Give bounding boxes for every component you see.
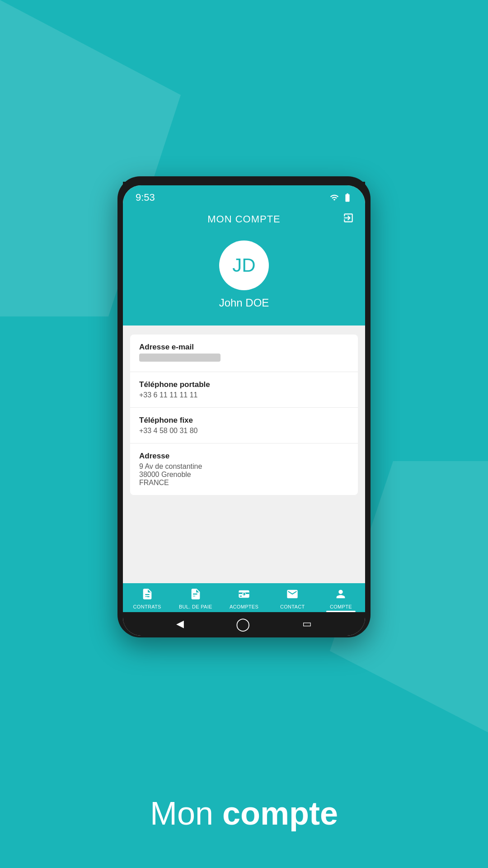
phone-device: 9:53 MON COMPTE [117,176,371,637]
address-row: Adresse 9 Av de constantine 38000 Grenob… [130,443,358,495]
bottom-page-title: Mon compte [150,795,338,832]
bul-de-paie-icon [189,588,202,602]
compte-icon [334,588,347,602]
avatar: JD [219,241,269,290]
svg-rect-3 [240,596,242,597]
nav-item-bul-de-paie[interactable]: BUL. DE PAIE [171,588,220,609]
recents-button[interactable]: ▭ [302,618,312,630]
app-bar: MON COMPTE [123,207,365,231]
profile-header: JD John DOE [123,231,365,326]
address-label: Adresse [139,452,349,461]
content-area: Adresse e-mail Téléphone portable +33 6 … [123,326,365,583]
phone-screen: 9:53 MON COMPTE [123,185,365,636]
nav-item-contrats[interactable]: CONTRATS [123,588,171,609]
mobile-phone-label: Téléphone portable [139,380,349,389]
android-nav: ◀ ◯ ▭ [123,612,365,636]
logout-icon [343,212,354,224]
address-line2: 38000 Grenoble [139,471,349,479]
nav-item-acomptes[interactable]: $ ACOMPTES [220,588,268,609]
bottom-title-bold: compte [222,795,338,831]
contrats-icon [141,588,154,602]
address-line3: FRANCE [139,479,349,487]
mobile-phone-row: Téléphone portable +33 6 11 11 11 11 [130,372,358,408]
fixed-phone-row: Téléphone fixe +33 4 58 00 31 80 [130,408,358,443]
contrats-label: CONTRATS [133,604,161,609]
contact-label: CONTACT [280,604,305,609]
bottom-nav: CONTRATS BUL. DE PAIE [123,583,365,612]
email-label: Adresse e-mail [139,343,349,352]
status-icons [330,193,352,203]
address-line1: 9 Av de constantine [139,462,349,471]
fixed-phone-label: Téléphone fixe [139,416,349,425]
battery-icon [343,193,352,203]
bottom-title-light: Mon [150,795,222,831]
home-button[interactable]: ◯ [236,617,250,632]
status-time: 9:53 [136,192,155,203]
app-bar-title: MON COMPTE [207,213,281,225]
svg-rect-0 [145,597,147,598]
compte-label: COMPTE [330,604,352,609]
email-value [139,354,221,362]
profile-name: John DOE [219,297,269,309]
contact-icon [286,588,299,602]
signal-icon [330,193,339,202]
fixed-phone-value: +33 4 58 00 31 80 [139,427,349,435]
bul-de-paie-label: BUL. DE PAIE [179,604,212,609]
acomptes-icon: $ [238,588,250,602]
notch [217,182,271,185]
email-row: Adresse e-mail [130,335,358,372]
back-button[interactable]: ◀ [176,618,184,630]
acomptes-label: ACOMPTES [230,604,258,609]
notch-area [123,182,365,185]
status-bar: 9:53 [123,185,365,207]
nav-item-compte[interactable]: COMPTE [317,588,365,609]
nav-item-contact[interactable]: CONTACT [268,588,317,609]
mobile-phone-value: +33 6 11 11 11 11 [139,391,349,399]
info-card: Adresse e-mail Téléphone portable +33 6 … [130,335,358,495]
logout-button[interactable] [343,212,354,226]
avatar-initials: JD [232,255,255,276]
